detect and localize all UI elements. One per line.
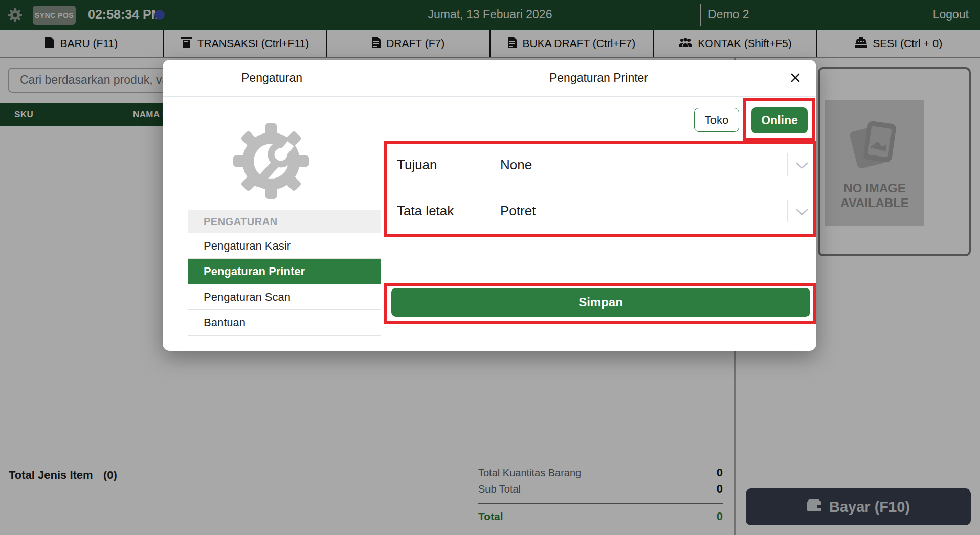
tata-letak-select[interactable]: Tata letak Potret: [387, 188, 816, 234]
tata-letak-label: Tata letak: [397, 203, 454, 219]
tujuan-select[interactable]: Tujuan None: [387, 142, 816, 188]
printer-settings-title: Pengaturan Printer: [549, 71, 648, 85]
settings-menu: PENGATURAN Pengaturan Kasir Pengaturan P…: [188, 210, 381, 336]
chevron-down-icon[interactable]: [796, 208, 808, 217]
settings-gear-wrench-icon: [230, 120, 312, 204]
menu-section-header: PENGATURAN: [188, 210, 381, 233]
settings-title: Pengaturan: [163, 60, 381, 96]
close-icon[interactable]: [788, 70, 803, 85]
toko-toggle-button[interactable]: Toko: [694, 108, 739, 132]
printer-settings-panel: Toko Online Tujuan None Tata letak Potre…: [381, 97, 816, 351]
chevron-down-icon[interactable]: [796, 162, 808, 171]
online-toggle-button[interactable]: Online: [751, 107, 808, 133]
tata-letak-value: Potret: [500, 203, 536, 219]
save-button[interactable]: Simpan: [391, 288, 810, 317]
select-separator: [787, 153, 788, 176]
modal-header: Pengaturan Pengaturan Printer: [163, 60, 816, 97]
tujuan-label: Tujuan: [397, 157, 437, 173]
printer-fields: Tujuan None Tata letak Potret: [387, 142, 816, 234]
select-separator: [787, 200, 788, 222]
menu-item-bantuan[interactable]: Bantuan: [188, 310, 381, 336]
menu-item-pengaturan-scan[interactable]: Pengaturan Scan: [188, 284, 381, 310]
menu-item-pengaturan-printer[interactable]: Pengaturan Printer: [188, 259, 381, 284]
settings-modal: Pengaturan Pengaturan Printer: [163, 60, 816, 351]
menu-item-pengaturan-kasir[interactable]: Pengaturan Kasir: [188, 233, 381, 259]
tujuan-value: None: [500, 157, 532, 173]
settings-sidebar: PENGATURAN Pengaturan Kasir Pengaturan P…: [163, 97, 381, 351]
pos-app-screen: SYNC POS 02:58:34 PM Jumat, 13 Febuari 2…: [0, 0, 980, 535]
